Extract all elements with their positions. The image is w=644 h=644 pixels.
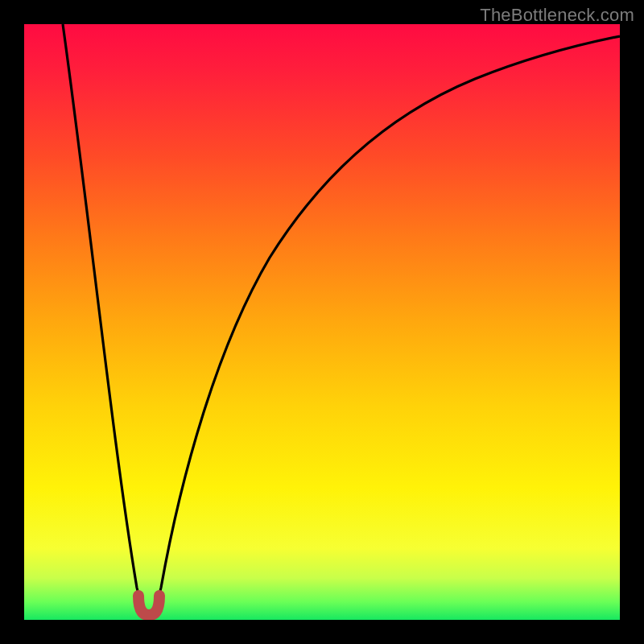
plot-area — [24, 24, 620, 620]
watermark-text: TheBottleneck.com — [480, 5, 634, 26]
bottleneck-curve — [24, 24, 620, 620]
chart-frame: TheBottleneck.com — [0, 0, 644, 644]
